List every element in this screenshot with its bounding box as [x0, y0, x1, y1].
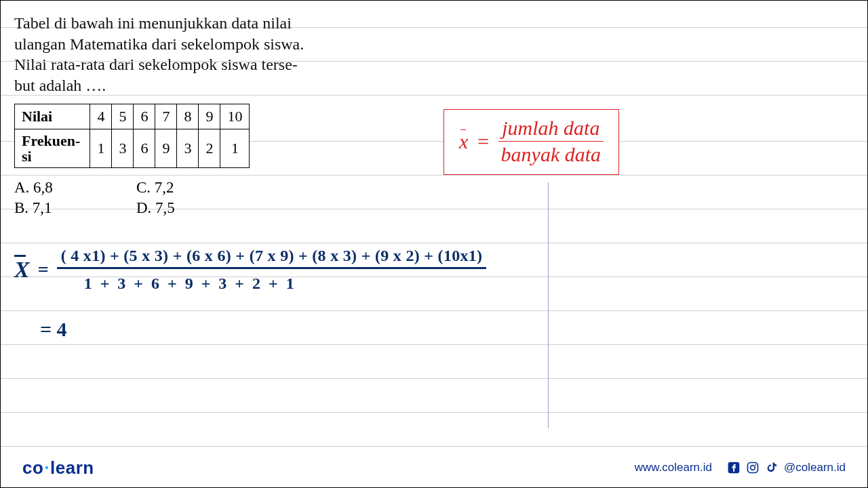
table-cell: 4 [90, 104, 112, 129]
table-cell: 1 [220, 129, 250, 167]
facebook-icon [727, 461, 741, 474]
table-row: Frekuen- si 1 3 6 9 3 2 1 [15, 129, 250, 167]
row-header-frekuensi: Frekuen- si [15, 129, 90, 167]
handwritten-numerator: ( 4 x1) + (5 x 3) + (6 x 6) + (7 x 9) + … [57, 247, 487, 267]
fraction: jumlah data banyak data [498, 117, 604, 166]
frequency-table: Nilai 4 5 6 7 8 9 10 Frekuen- si 1 3 6 9… [14, 104, 250, 168]
instagram-icon [746, 461, 760, 474]
label-part: Frekuen- [22, 132, 80, 149]
equals-handwritten: = [38, 259, 49, 281]
table-cell: 9 [155, 129, 177, 167]
table-cell: 8 [177, 104, 199, 129]
logo-part-b: learn [50, 458, 94, 478]
question-line: but adalah …. [14, 77, 106, 94]
option-b: B. 7,1 [14, 199, 136, 217]
svg-point-2 [751, 466, 755, 470]
option-a: A. 6,8 [14, 179, 136, 197]
table-cell: 5 [112, 104, 134, 129]
table-row: Nilai 4 5 6 7 8 9 10 [15, 104, 250, 129]
row-header-nilai: Nilai [15, 104, 90, 129]
question-text: Tabel di bawah ini menunjukkan data nila… [14, 13, 313, 96]
table-cell: 3 [112, 129, 134, 167]
social-icons: @colearn.id [727, 461, 846, 474]
equals-sign: = [476, 130, 490, 153]
handwritten-step-2: = 4 [40, 318, 67, 341]
website-url: www.colearn.id [635, 461, 712, 474]
brand-logo: co·learn [22, 458, 94, 479]
handwritten-step-1: X = ( 4 x1) + (5 x 3) + (6 x 6) + (7 x 9… [14, 247, 486, 293]
xbar-handwritten: X [14, 257, 30, 283]
fraction-denominator: banyak data [498, 141, 604, 166]
table-cell: 1 [90, 129, 112, 167]
handwritten-fraction: ( 4 x1) + (5 x 3) + (6 x 6) + (7 x 9) + … [57, 247, 487, 293]
question-line: Tabel di bawah ini menunjukkan data nila… [14, 14, 292, 32]
option-d: D. 7,5 [136, 199, 258, 217]
table-cell: 10 [220, 104, 250, 129]
logo-dot: · [43, 458, 50, 478]
question-line: Nilai rata-rata dari sekelompok siswa te… [14, 56, 298, 73]
svg-point-3 [755, 464, 756, 466]
social-handle: @colearn.id [784, 461, 846, 474]
fraction-numerator: jumlah data [499, 117, 602, 141]
table-cell: 6 [134, 129, 155, 167]
table-cell: 7 [155, 104, 177, 129]
label-part: si [22, 148, 32, 165]
table-cell: 9 [199, 104, 220, 129]
page-content: Tabel di bawah ini menunjukkan data nila… [1, 1, 867, 229]
tiktok-icon [765, 461, 778, 474]
table-cell: 2 [199, 129, 220, 167]
handwritten-denominator: 1 + 3 + 6 + 9 + 3 + 2 + 1 [57, 267, 487, 293]
table-cell: 3 [177, 129, 199, 167]
footer-bar: co·learn www.colearn.id @colearn.id [1, 448, 867, 487]
logo-part-a: co [22, 458, 43, 478]
mean-formula-box: x = jumlah data banyak data [443, 109, 619, 175]
svg-rect-1 [748, 463, 758, 473]
option-c: C. 7,2 [136, 179, 258, 197]
answer-options: A. 6,8 C. 7,2 B. 7,1 D. 7,5 [14, 179, 854, 217]
question-line: ulangan Matematika dari sekelompok siswa… [14, 35, 304, 53]
xbar-symbol: x [459, 130, 468, 153]
footer-right: www.colearn.id @colearn.id [635, 461, 846, 474]
table-cell: 6 [134, 104, 155, 129]
